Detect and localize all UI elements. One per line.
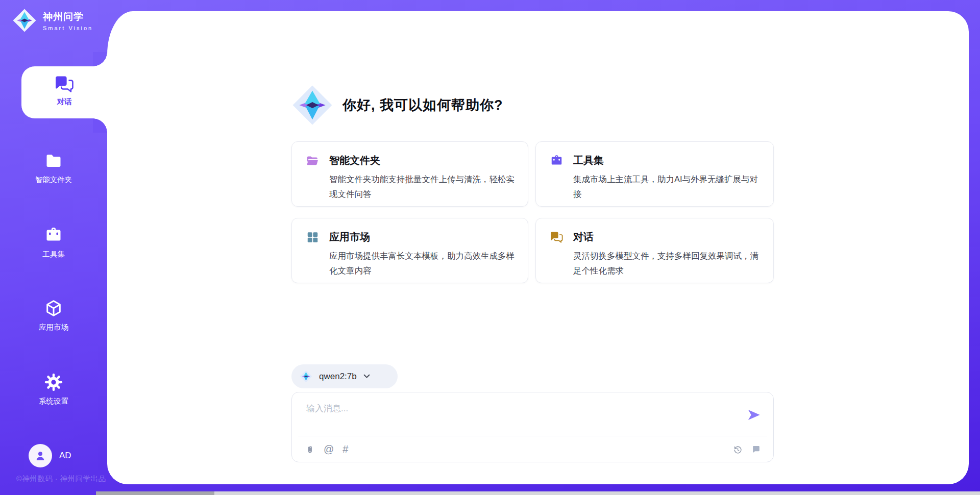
card-description: 智能文件夹功能支持批量文件上传与清洗，轻松实现文件问答 <box>329 172 514 202</box>
paperclip-icon <box>305 444 315 455</box>
model-selector[interactable]: qwen2:7b <box>291 364 398 388</box>
brand-subtitle: Smart Vision <box>43 25 93 31</box>
feature-card-app-market[interactable]: 应用市场 应用市场提供丰富长文本模板，助力高效生成多样化文章内容 <box>291 218 528 283</box>
avatar <box>29 444 52 467</box>
composer: @ # <box>291 392 774 462</box>
user-chip[interactable]: AD <box>29 444 71 467</box>
chat-square-icon <box>751 444 761 455</box>
brand-logo-icon <box>12 8 37 33</box>
sidebar-item-label: 工具集 <box>0 250 107 259</box>
sidebar-item-toolset[interactable]: 工具集 <box>0 226 107 259</box>
feature-card-chat[interactable]: 对话 灵活切换多模型文件，支持多样回复效果调试，满足个性化需求 <box>535 218 774 283</box>
folder-icon <box>44 152 63 170</box>
welcome-logo-icon <box>291 84 333 126</box>
send-icon <box>747 408 761 422</box>
history-icon <box>733 444 743 455</box>
at-icon: @ <box>324 443 334 455</box>
toolbox-icon <box>44 226 63 244</box>
card-description: 灵活切换多模型文件，支持多样回复效果调试，满足个性化需求 <box>573 249 760 278</box>
hash-icon: # <box>342 443 348 455</box>
model-name: qwen2:7b <box>319 372 357 382</box>
feature-card-smart-folder[interactable]: 智能文件夹 智能文件夹功能支持批量文件上传与清洗，轻松实现文件问答 <box>291 141 528 207</box>
feedback-button[interactable] <box>751 444 761 455</box>
card-title: 应用市场 <box>329 230 370 244</box>
horizontal-scrollbar[interactable] <box>96 491 980 495</box>
sidebar-item-settings[interactable]: 系统设置 <box>0 373 107 406</box>
toolbox-icon <box>550 154 564 167</box>
composer-divider <box>298 436 767 436</box>
card-description: 应用市场提供丰富长文本模板，助力高效生成多样化文章内容 <box>329 249 514 278</box>
model-logo-icon <box>300 370 312 383</box>
card-description: 集成市场上主流工具，助力AI与外界无缝扩展与对接 <box>573 172 760 202</box>
sidebar-item-label: 系统设置 <box>0 397 107 406</box>
card-title: 工具集 <box>573 154 604 167</box>
gear-icon <box>44 373 63 391</box>
user-initials: AD <box>59 451 71 461</box>
card-title: 智能文件夹 <box>329 154 380 167</box>
card-title: 对话 <box>573 230 594 244</box>
brand-name: 神州问学 <box>43 10 93 23</box>
welcome: 你好, 我可以如何帮助你? <box>291 84 503 126</box>
sidebar-item-chat[interactable]: 对话 <box>21 66 107 118</box>
history-button[interactable] <box>733 444 743 455</box>
feature-card-toolset[interactable]: 工具集 集成市场上主流工具，助力AI与外界无缝扩展与对接 <box>535 141 774 207</box>
sidebar-item-label: 对话 <box>21 97 107 107</box>
message-input[interactable] <box>306 403 735 432</box>
sidebar-footer: ©神州数码 · 神州问学出品 <box>16 474 106 484</box>
main-content: 你好, 我可以如何帮助你? 智能文件夹 智能文件夹功能支持批量文件上传与清洗，轻… <box>291 11 774 484</box>
send-button[interactable] <box>747 408 761 422</box>
chat-icon <box>54 75 75 94</box>
mention-button[interactable]: @ <box>324 443 334 455</box>
sidebar-item-app-market[interactable]: 应用市场 <box>0 299 107 332</box>
attach-button[interactable] <box>305 444 315 455</box>
sidebar-item-label: 智能文件夹 <box>0 175 107 185</box>
horizontal-scrollbar-thumb[interactable] <box>96 491 214 495</box>
feature-cards: 智能文件夹 智能文件夹功能支持批量文件上传与清洗，轻松实现文件问答 工具集 集成… <box>291 141 774 283</box>
chat-icon <box>550 231 564 244</box>
sidebar-item-smart-folders[interactable]: 智能文件夹 <box>0 152 107 185</box>
sidebar: 神州问学 Smart Vision 对话 智能文件夹 工具集 应用市场 <box>0 0 107 495</box>
brand[interactable]: 神州问学 Smart Vision <box>12 8 93 33</box>
grid-icon <box>306 231 320 244</box>
main-panel: 你好, 我可以如何帮助你? 智能文件夹 智能文件夹功能支持批量文件上传与清洗，轻… <box>107 11 969 484</box>
chevron-down-icon <box>363 374 370 379</box>
hashtag-button[interactable]: # <box>342 443 348 455</box>
cube-icon <box>44 299 63 317</box>
composer-toolbar: @ # <box>305 443 761 455</box>
greeting-title: 你好, 我可以如何帮助你? <box>342 96 503 114</box>
folder-open-icon <box>306 154 320 167</box>
person-icon <box>34 449 47 462</box>
sidebar-item-label: 应用市场 <box>0 323 107 332</box>
